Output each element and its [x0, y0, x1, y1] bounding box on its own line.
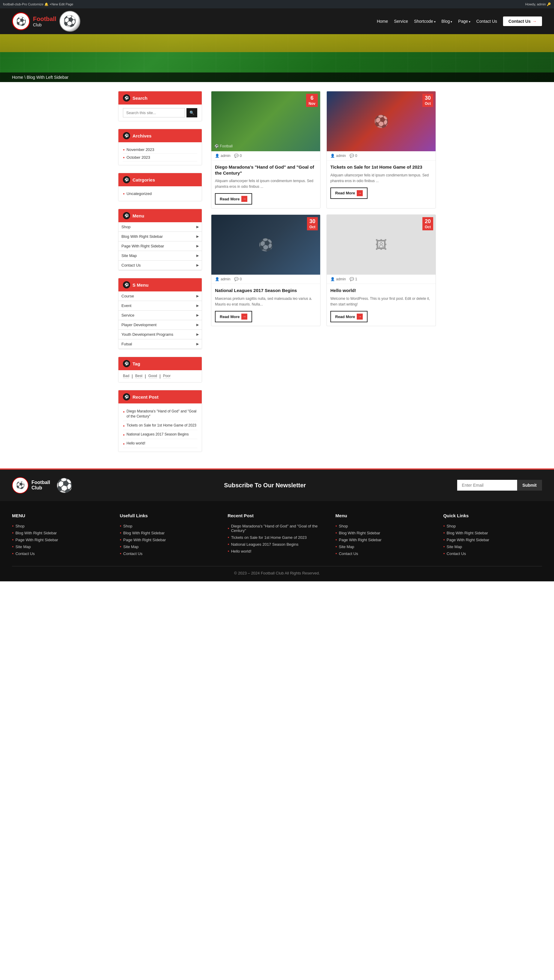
footer-recent-post-3[interactable]: National Leagues 2017 Season Begins [231, 542, 299, 547]
footer-useful-contact[interactable]: Contact Us [123, 551, 142, 556]
footer-useful-shop[interactable]: Shop [123, 524, 132, 528]
recent-posts-title: ⚽ Recent Post [118, 390, 202, 403]
menu-link-sitemap[interactable]: Site Map ▶ [118, 251, 202, 260]
nav-shortcode[interactable]: Shortcode [414, 19, 436, 24]
footer-link-blog-right[interactable]: Blog With Right Sidebar [15, 531, 57, 535]
post-card-4: 🖼 20 Oct 👤 admin 💬 1 Hello world! Welcom… [326, 215, 436, 326]
footer-link-shop[interactable]: Shop [15, 524, 24, 528]
recent-post-item[interactable]: Diego Maradona's "Hand of God" and "Goal… [123, 407, 197, 421]
footer-link-page-right[interactable]: Page With Right Sidebar [15, 538, 58, 542]
footer-menu2-page-right[interactable]: Page With Right Sidebar [339, 538, 381, 542]
footer-link-item: Hello world! [228, 548, 326, 555]
search-button[interactable]: 🔍 [187, 108, 197, 118]
breadcrumb-home[interactable]: Home [12, 75, 23, 80]
post-comments-4: 💬 1 [350, 277, 358, 281]
footer-link-item: Contact Us [120, 550, 219, 557]
post-image-3: ⚽ 30 Oct [211, 215, 320, 275]
menu-item-contact: Contact Us ▶ [118, 261, 202, 270]
menu-link-page-right[interactable]: Page With Right Sidebar ▶ [118, 242, 202, 251]
footer-useful-links: Shop Blog With Right Sidebar Page With R… [120, 523, 219, 557]
footer-quick-sitemap[interactable]: Site Map [447, 544, 462, 549]
footer-menu2-sitemap[interactable]: Site Map [339, 544, 354, 549]
menu-link-shop[interactable]: Shop ▶ [118, 222, 202, 232]
footer-link-item: Contact Us [335, 550, 434, 557]
menu-arrow: ▶ [196, 225, 199, 229]
smenu-link-youth-dev[interactable]: Youth Development Programs ▶ [118, 330, 202, 339]
smenu-item-event: Event ▶ [118, 301, 202, 310]
read-more-btn-4[interactable]: Read More → [330, 311, 367, 322]
nav-page[interactable]: Page [458, 19, 470, 24]
footer-link-item: Blog With Right Sidebar [335, 530, 434, 536]
tag-good[interactable]: Good [148, 374, 157, 379]
archive-item[interactable]: November 2023 [123, 146, 197, 154]
read-more-btn-1[interactable]: Read More → [215, 193, 252, 205]
footer-link-item: Blog With Right Sidebar [443, 530, 542, 536]
menu-widget-icon: ⚽ [123, 212, 130, 219]
footer-link-item: Page With Right Sidebar [12, 536, 111, 543]
smenu-title: ⚽ S Menu [118, 278, 202, 291]
category-item[interactable]: Uncategorized [123, 190, 197, 197]
read-more-arrow-4: → [357, 313, 363, 320]
post-card-3: ⚽ 30 Oct 👤 admin 💬 0 National Leagues 20… [211, 215, 321, 326]
footer-quick-contact[interactable]: Contact Us [447, 551, 466, 556]
read-more-btn-3[interactable]: Read More → [215, 311, 252, 322]
footer-menu2-contact[interactable]: Contact Us [339, 551, 358, 556]
footer-recent-post-1[interactable]: Diego Maradona's "Hand of God" and "Goal… [231, 524, 326, 533]
recent-post-item[interactable]: National Leagues 2017 Season Begins [123, 430, 197, 439]
footer-link-item: Blog With Right Sidebar [12, 530, 111, 536]
post-card-2: ⚽ 30 Oct 👤 admin 💬 0 Tickets on Sale for… [326, 91, 436, 208]
footer-useful-sitemap[interactable]: Site Map [123, 544, 139, 549]
archive-item[interactable]: October 2023 [123, 154, 197, 161]
footer-quick-page-right[interactable]: Page With Right Sidebar [447, 538, 489, 542]
smenu-link-event[interactable]: Event ▶ [118, 301, 202, 310]
widget-tags: ⚽ Tag Bad | Best | Good | Poor [118, 357, 202, 382]
nav-contact-button[interactable]: Contact Us → [503, 16, 542, 26]
footer-useful-blog-right[interactable]: Blog With Right Sidebar [123, 531, 164, 535]
footer-link-contact[interactable]: Contact Us [15, 551, 35, 556]
footer-menu2-shop[interactable]: Shop [339, 524, 348, 528]
nav-contact[interactable]: Contact Us [476, 19, 497, 24]
recent-post-item[interactable]: Hello world! [123, 439, 197, 448]
recent-post-list: Diego Maradona's "Hand of God" and "Goal… [123, 407, 197, 448]
nav-service[interactable]: Service [394, 19, 408, 24]
footer-menu2-blog-right[interactable]: Blog With Right Sidebar [339, 531, 380, 535]
logo-ball: ⚽ [59, 11, 80, 32]
smenu-link-futsal[interactable]: Futsal ▶ [118, 339, 202, 348]
newsletter-submit-button[interactable]: Submit [517, 480, 542, 491]
post-author-3: 👤 admin [215, 277, 230, 281]
smenu-icon: ⚽ [123, 281, 130, 288]
footer-link-item: Shop [443, 523, 542, 530]
nav-home[interactable]: Home [377, 19, 388, 24]
post-card-1: ⚽ Football 6 Nov 👤 admin 💬 0 Diego Marad… [211, 91, 321, 208]
categories-body: Uncategorized [118, 186, 202, 201]
post-meta-1: 👤 admin 💬 0 [211, 151, 320, 161]
footer-recent-post-2[interactable]: Tickets on Sale for 1st Home Game of 202… [231, 535, 307, 540]
smenu-link-service[interactable]: Service ▶ [118, 310, 202, 320]
nav-blog[interactable]: Blog [442, 19, 452, 24]
read-more-btn-2[interactable]: Read More → [330, 188, 367, 199]
smenu-link-player-dev[interactable]: Player Development ▶ [118, 320, 202, 329]
footer-recent-post-4[interactable]: Hello world! [231, 549, 252, 554]
footer-quick-blog-right[interactable]: Blog With Right Sidebar [447, 531, 488, 535]
footer-link-item: Site Map [12, 543, 111, 550]
newsletter-logo-text: Football Club [32, 480, 50, 491]
footer-useful-page-right[interactable]: Page With Right Sidebar [123, 538, 166, 542]
recent-post-item[interactable]: Tickets on Sale for 1st Home Game of 202… [123, 421, 197, 430]
footer-quick-links: Shop Blog With Right Sidebar Page With R… [443, 523, 542, 557]
tag-best[interactable]: Best [135, 374, 142, 379]
post-title-2: Tickets on Sale for 1st Home Game of 202… [330, 164, 432, 170]
menu-link-contact[interactable]: Contact Us ▶ [118, 261, 202, 270]
admin-howdy: Howdy, admin 🔑 [525, 2, 551, 6]
footer-link-sitemap[interactable]: Site Map [15, 544, 30, 549]
menu-link-blog-right[interactable]: Blog With Right Sidebar ▶ [118, 232, 202, 241]
menu-arrow: ▶ [196, 234, 199, 239]
posts-row-2: ⚽ 30 Oct 👤 admin 💬 0 National Leagues 20… [211, 215, 436, 326]
smenu-item-course: Course ▶ [118, 291, 202, 301]
menu-arrow: ▶ [196, 323, 199, 327]
smenu-link-course[interactable]: Course ▶ [118, 291, 202, 301]
tag-bad[interactable]: Bad [123, 374, 129, 379]
search-input[interactable] [123, 108, 185, 118]
tag-poor[interactable]: Poor [163, 374, 171, 379]
newsletter-email-input[interactable] [457, 480, 517, 491]
footer-quick-shop[interactable]: Shop [447, 524, 456, 528]
